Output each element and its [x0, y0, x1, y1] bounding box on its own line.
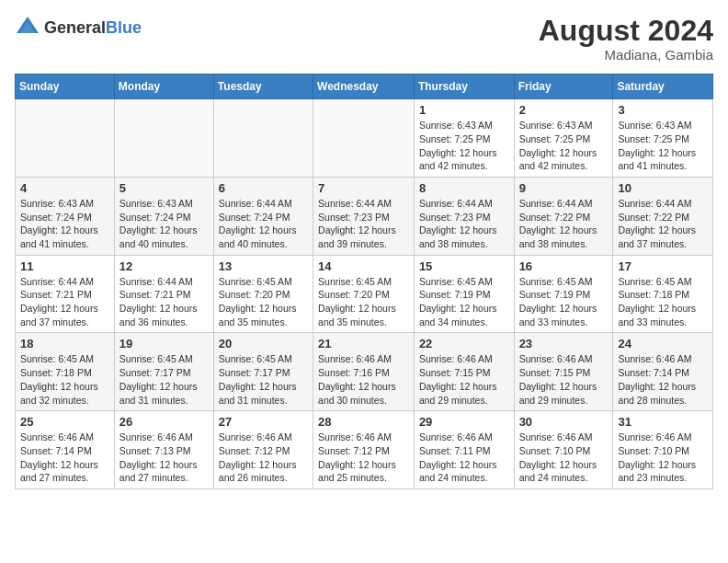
day-number: 16: [519, 259, 609, 273]
logo-text-general: General: [44, 18, 106, 37]
day-info: Sunrise: 6:45 AM Sunset: 7:19 PM Dayligh…: [519, 275, 609, 329]
day-number: 30: [519, 415, 609, 429]
day-of-week-header: Tuesday: [213, 75, 313, 99]
day-info: Sunrise: 6:46 AM Sunset: 7:12 PM Dayligh…: [318, 431, 409, 485]
day-number: 31: [618, 415, 708, 429]
day-number: 4: [20, 181, 109, 195]
day-number: 26: [119, 415, 209, 429]
calendar-body: 1Sunrise: 6:43 AM Sunset: 7:25 PM Daylig…: [16, 99, 713, 489]
day-number: 12: [119, 259, 209, 273]
day-info: Sunrise: 6:46 AM Sunset: 7:15 PM Dayligh…: [519, 352, 609, 407]
calendar-table: SundayMondayTuesdayWednesdayThursdayFrid…: [15, 74, 713, 489]
calendar-header: SundayMondayTuesdayWednesdayThursdayFrid…: [16, 75, 713, 99]
calendar-cell: 12Sunrise: 6:44 AM Sunset: 7:21 PM Dayli…: [114, 255, 213, 333]
calendar-cell: 27Sunrise: 6:46 AM Sunset: 7:12 PM Dayli…: [213, 411, 313, 489]
calendar-cell: 1Sunrise: 6:43 AM Sunset: 7:25 PM Daylig…: [414, 99, 514, 178]
day-info: Sunrise: 6:45 AM Sunset: 7:18 PM Dayligh…: [618, 275, 708, 329]
day-number: 2: [519, 103, 609, 117]
day-info: Sunrise: 6:44 AM Sunset: 7:22 PM Dayligh…: [519, 197, 609, 251]
calendar-cell: 24Sunrise: 6:46 AM Sunset: 7:14 PM Dayli…: [613, 333, 713, 411]
day-number: 7: [318, 181, 409, 195]
calendar-cell: 26Sunrise: 6:46 AM Sunset: 7:13 PM Dayli…: [114, 411, 213, 489]
day-info: Sunrise: 6:43 AM Sunset: 7:24 PM Dayligh…: [119, 197, 209, 251]
day-of-week-header: Friday: [514, 75, 613, 99]
calendar-cell: [313, 99, 415, 178]
day-info: Sunrise: 6:44 AM Sunset: 7:22 PM Dayligh…: [618, 197, 708, 251]
month-year-title: August 2024: [539, 15, 713, 47]
day-info: Sunrise: 6:46 AM Sunset: 7:10 PM Dayligh…: [618, 431, 708, 485]
day-info: Sunrise: 6:43 AM Sunset: 7:25 PM Dayligh…: [519, 119, 609, 173]
day-of-week-header: Sunday: [16, 75, 115, 99]
logo-text-blue: Blue: [106, 18, 142, 37]
day-header-row: SundayMondayTuesdayWednesdayThursdayFrid…: [16, 75, 713, 99]
calendar-cell: [213, 99, 313, 178]
day-info: Sunrise: 6:46 AM Sunset: 7:14 PM Dayligh…: [20, 431, 109, 485]
day-number: 22: [419, 337, 509, 350]
calendar-cell: 14Sunrise: 6:45 AM Sunset: 7:20 PM Dayli…: [313, 255, 415, 333]
day-info: Sunrise: 6:44 AM Sunset: 7:23 PM Dayligh…: [318, 197, 409, 251]
day-number: 21: [318, 337, 409, 350]
day-info: Sunrise: 6:45 AM Sunset: 7:17 PM Dayligh…: [119, 352, 209, 407]
day-number: 13: [219, 259, 308, 273]
day-of-week-header: Wednesday: [313, 75, 415, 99]
calendar-week-row: 4Sunrise: 6:43 AM Sunset: 7:24 PM Daylig…: [16, 177, 713, 255]
day-info: Sunrise: 6:44 AM Sunset: 7:23 PM Dayligh…: [419, 197, 509, 251]
calendar-cell: 20Sunrise: 6:45 AM Sunset: 7:17 PM Dayli…: [213, 333, 313, 411]
calendar-week-row: 1Sunrise: 6:43 AM Sunset: 7:25 PM Daylig…: [16, 99, 713, 178]
calendar-cell: 29Sunrise: 6:46 AM Sunset: 7:11 PM Dayli…: [414, 411, 514, 489]
calendar-cell: 13Sunrise: 6:45 AM Sunset: 7:20 PM Dayli…: [213, 255, 313, 333]
calendar-cell: 21Sunrise: 6:46 AM Sunset: 7:16 PM Dayli…: [313, 333, 415, 411]
day-info: Sunrise: 6:43 AM Sunset: 7:24 PM Dayligh…: [20, 197, 109, 251]
calendar-cell: 4Sunrise: 6:43 AM Sunset: 7:24 PM Daylig…: [16, 177, 115, 255]
day-number: 6: [219, 181, 308, 195]
day-number: 19: [119, 337, 209, 350]
calendar-cell: 31Sunrise: 6:46 AM Sunset: 7:10 PM Dayli…: [613, 411, 713, 489]
calendar-cell: 16Sunrise: 6:45 AM Sunset: 7:19 PM Dayli…: [514, 255, 613, 333]
day-number: 10: [618, 181, 708, 195]
calendar-cell: 3Sunrise: 6:43 AM Sunset: 7:25 PM Daylig…: [613, 99, 713, 178]
day-number: 3: [618, 103, 708, 117]
day-number: 9: [519, 181, 609, 195]
day-of-week-header: Saturday: [613, 75, 713, 99]
logo: GeneralBlue: [15, 15, 142, 40]
calendar-week-row: 11Sunrise: 6:44 AM Sunset: 7:21 PM Dayli…: [16, 255, 713, 333]
day-number: 20: [219, 337, 308, 350]
page-header: GeneralBlue August 2024 Madiana, Gambia: [15, 15, 713, 63]
day-info: Sunrise: 6:43 AM Sunset: 7:25 PM Dayligh…: [419, 119, 509, 173]
calendar-cell: 17Sunrise: 6:45 AM Sunset: 7:18 PM Dayli…: [613, 255, 713, 333]
title-area: August 2024 Madiana, Gambia: [539, 15, 713, 63]
day-number: 27: [219, 415, 308, 429]
day-number: 14: [318, 259, 409, 273]
day-info: Sunrise: 6:46 AM Sunset: 7:15 PM Dayligh…: [419, 352, 509, 407]
day-number: 8: [419, 181, 509, 195]
calendar-cell: 6Sunrise: 6:44 AM Sunset: 7:24 PM Daylig…: [213, 177, 313, 255]
calendar-cell: 8Sunrise: 6:44 AM Sunset: 7:23 PM Daylig…: [414, 177, 514, 255]
day-info: Sunrise: 6:44 AM Sunset: 7:21 PM Dayligh…: [119, 275, 209, 329]
calendar-cell: 7Sunrise: 6:44 AM Sunset: 7:23 PM Daylig…: [313, 177, 415, 255]
day-number: 15: [419, 259, 509, 273]
calendar-cell: 5Sunrise: 6:43 AM Sunset: 7:24 PM Daylig…: [114, 177, 213, 255]
day-info: Sunrise: 6:45 AM Sunset: 7:19 PM Dayligh…: [419, 275, 509, 329]
day-info: Sunrise: 6:45 AM Sunset: 7:20 PM Dayligh…: [219, 275, 308, 329]
calendar-cell: [114, 99, 213, 178]
calendar-week-row: 18Sunrise: 6:45 AM Sunset: 7:18 PM Dayli…: [16, 333, 713, 411]
calendar-cell: 22Sunrise: 6:46 AM Sunset: 7:15 PM Dayli…: [414, 333, 514, 411]
day-number: 5: [119, 181, 209, 195]
day-info: Sunrise: 6:45 AM Sunset: 7:17 PM Dayligh…: [219, 352, 308, 407]
logo-icon: [15, 15, 40, 40]
calendar-cell: 25Sunrise: 6:46 AM Sunset: 7:14 PM Dayli…: [16, 411, 115, 489]
day-number: 23: [519, 337, 609, 350]
calendar-cell: 9Sunrise: 6:44 AM Sunset: 7:22 PM Daylig…: [514, 177, 613, 255]
calendar-cell: 19Sunrise: 6:45 AM Sunset: 7:17 PM Dayli…: [114, 333, 213, 411]
location-subtitle: Madiana, Gambia: [539, 47, 713, 63]
day-info: Sunrise: 6:45 AM Sunset: 7:18 PM Dayligh…: [20, 352, 109, 407]
calendar-cell: 2Sunrise: 6:43 AM Sunset: 7:25 PM Daylig…: [514, 99, 613, 178]
day-info: Sunrise: 6:46 AM Sunset: 7:10 PM Dayligh…: [519, 431, 609, 485]
day-of-week-header: Thursday: [414, 75, 514, 99]
day-number: 1: [419, 103, 509, 117]
day-of-week-header: Monday: [114, 75, 213, 99]
calendar-cell: 18Sunrise: 6:45 AM Sunset: 7:18 PM Dayli…: [16, 333, 115, 411]
day-number: 28: [318, 415, 409, 429]
day-info: Sunrise: 6:44 AM Sunset: 7:24 PM Dayligh…: [219, 197, 308, 251]
day-number: 11: [20, 259, 109, 273]
